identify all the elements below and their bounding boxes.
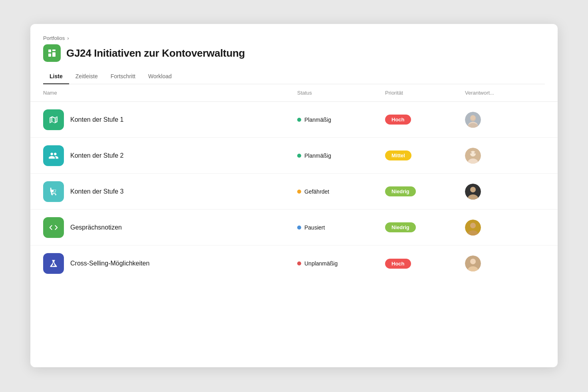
status-cell-1: Planmäßig (297, 117, 385, 123)
project-name-2: Konten der Stufe 2 (70, 152, 123, 159)
table: Name Status Priorität Verantwort... Kont… (30, 84, 558, 281)
people-icon (48, 150, 59, 161)
table-row[interactable]: Cross-Selling-Möglichkeiten Unplanmäßig … (30, 245, 558, 281)
col-name: Name (43, 90, 297, 96)
status-dot-2 (297, 154, 301, 158)
svg-point-16 (52, 194, 53, 195)
status-cell-2: Planmäßig (297, 152, 385, 159)
status-dot-5 (297, 261, 301, 265)
code-icon (48, 222, 59, 233)
project-icon-3 (43, 181, 64, 202)
name-cell: Konten der Stufe 1 (43, 103, 297, 137)
priority-cell-2: Mittel (385, 150, 465, 160)
table-row[interactable]: Gesprächsnotizen Pausiert Niedrig (30, 210, 558, 245)
project-name-4: Gesprächsnotizen (70, 224, 122, 231)
project-icon-2 (43, 145, 64, 166)
app-window: Portfolios › GJ24 Initiativen zur Kontov… (30, 24, 558, 367)
tab-zeitleiste[interactable]: Zeitleiste (69, 69, 104, 84)
avatar-2 (465, 148, 481, 164)
priority-badge-5: Hoch (385, 259, 411, 269)
owner-cell-3 (465, 184, 545, 200)
project-icon-4 (43, 217, 64, 238)
priority-cell-3: Niedrig (385, 186, 465, 196)
avatar-5 (465, 255, 481, 271)
project-name-1: Konten der Stufe 1 (70, 116, 123, 123)
name-cell: Konten der Stufe 3 (43, 175, 297, 208)
svg-point-8 (471, 115, 475, 120)
svg-point-13 (470, 152, 472, 153)
avatar-3 (465, 184, 481, 200)
owner-cell-2 (465, 148, 545, 164)
priority-badge-1: Hoch (385, 115, 411, 125)
status-dot-3 (297, 190, 301, 194)
status-cell-4: Pausiert (297, 224, 385, 231)
project-icon-1 (43, 109, 64, 130)
svg-rect-2 (48, 53, 51, 57)
name-cell: Konten der Stufe 2 (43, 139, 297, 172)
avatar-svg-5 (465, 255, 481, 271)
breadcrumb: Portfolios › (43, 35, 545, 41)
priority-badge-2: Mittel (385, 150, 411, 160)
priority-cell-4: Niedrig (385, 222, 465, 232)
status-label-3: Gefährdet (304, 188, 329, 195)
status-label-4: Pausiert (304, 224, 325, 231)
name-cell: Cross-Selling-Möglichkeiten (43, 247, 297, 280)
status-label-2: Planmäßig (304, 152, 331, 159)
tab-workload[interactable]: Workload (142, 69, 178, 84)
breadcrumb-parent[interactable]: Portfolios (43, 35, 65, 41)
svg-point-21 (470, 223, 476, 228)
avatar-4 (465, 220, 481, 236)
project-name-5: Cross-Selling-Möglichkeiten (70, 260, 149, 267)
svg-point-18 (470, 187, 476, 192)
priority-cell-1: Hoch (385, 115, 465, 125)
tab-liste[interactable]: Liste (43, 69, 69, 84)
project-name-3: Konten der Stufe 3 (70, 188, 123, 195)
table-row[interactable]: Konten der Stufe 1 Planmäßig Hoch (30, 102, 558, 138)
svg-point-11 (470, 151, 476, 156)
priority-badge-3: Niedrig (385, 186, 416, 196)
formula-icon (48, 186, 59, 197)
flask-icon (48, 258, 59, 269)
svg-rect-1 (52, 49, 56, 51)
status-cell-3: Gefährdet (297, 188, 385, 195)
svg-rect-0 (48, 49, 51, 52)
col-status: Status (297, 90, 385, 96)
portfolio-icon-svg (47, 48, 57, 58)
tab-fortschritt[interactable]: Fortschritt (104, 69, 142, 84)
title-row: GJ24 Initiativen zur Kontoverwaltung (43, 44, 545, 62)
priority-cell-5: Hoch (385, 259, 465, 269)
map-icon (48, 115, 59, 125)
breadcrumb-separator: › (67, 35, 69, 41)
table-row[interactable]: Konten der Stufe 3 Gefährdet Niedrig (30, 174, 558, 210)
owner-cell-4 (465, 220, 545, 236)
table-row[interactable]: Konten der Stufe 2 Planmäßig Mittel (30, 138, 558, 174)
owner-cell-1 (465, 112, 545, 128)
avatar-svg-4 (465, 220, 481, 236)
avatar-svg-1 (465, 112, 481, 128)
table-header: Name Status Priorität Verantwort... (30, 84, 558, 102)
avatar-svg-2 (465, 148, 481, 164)
avatar-svg-3 (465, 184, 481, 200)
status-label-5: Unplanmäßig (304, 260, 338, 267)
avatar-1 (465, 112, 481, 128)
col-owner: Verantwort... (465, 90, 545, 96)
name-cell: Gesprächsnotizen (43, 211, 297, 244)
col-priority: Priorität (385, 90, 465, 96)
header: Portfolios › GJ24 Initiativen zur Kontov… (30, 24, 558, 84)
project-icon-5 (43, 253, 64, 274)
tabs: Liste Zeitleiste Fortschritt Workload (43, 69, 545, 84)
portfolio-icon (43, 44, 61, 62)
status-dot-4 (297, 226, 301, 230)
priority-badge-4: Niedrig (385, 222, 416, 232)
owner-cell-5 (465, 255, 545, 271)
status-dot-1 (297, 118, 301, 122)
svg-point-14 (474, 152, 476, 153)
page-title: GJ24 Initiativen zur Kontoverwaltung (66, 47, 245, 59)
svg-point-15 (55, 194, 56, 195)
status-cell-5: Unplanmäßig (297, 260, 385, 267)
status-label-1: Planmäßig (304, 117, 331, 123)
svg-rect-3 (52, 52, 56, 57)
svg-point-24 (470, 259, 476, 264)
